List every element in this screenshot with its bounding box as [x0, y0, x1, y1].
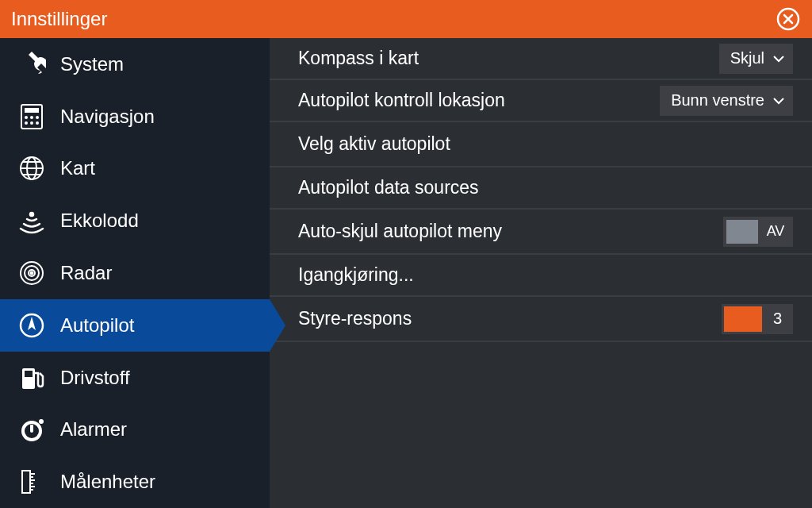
svg-rect-22 — [30, 425, 33, 431]
svg-point-11 — [30, 213, 33, 216]
sidebar-item-navigation[interactable]: Navigasjon — [0, 90, 270, 143]
sidebar-item-autopilot[interactable]: Autopilot — [0, 299, 270, 352]
sidebar-item-sonar[interactable]: Ekkolodd — [0, 194, 270, 247]
main: System Navigasjon Kart — [0, 38, 812, 508]
chevron-down-icon — [772, 52, 785, 65]
sidebar-item-units[interactable]: Målenheter — [0, 456, 270, 508]
close-icon — [776, 7, 800, 31]
row-commissioning[interactable]: Igangkjøring... — [270, 255, 812, 297]
sidebar-item-label: System — [60, 53, 124, 75]
row-data-sources[interactable]: Autopilot data sources — [270, 167, 812, 210]
sidebar-item-radar[interactable]: Radar — [0, 247, 270, 299]
svg-point-15 — [31, 272, 33, 275]
sidebar-item-label: Målenheter — [60, 471, 155, 493]
chevron-down-icon — [772, 94, 785, 107]
sidebar-item-alarms[interactable]: Alarmer — [0, 403, 270, 456]
svg-rect-2 — [25, 108, 39, 113]
sidebar-item-label: Ekkolodd — [60, 210, 139, 232]
compass-dropdown[interactable]: Skjul — [719, 44, 793, 74]
sidebar-item-label: Kart — [60, 157, 95, 179]
slider-fill — [724, 306, 762, 332]
header: Innstillinger — [0, 0, 812, 38]
location-dropdown[interactable]: Bunn venstre — [660, 86, 793, 116]
fuel-icon — [14, 360, 49, 395]
sidebar-item-fuel[interactable]: Drivstoff — [0, 352, 270, 404]
toggle-handle — [726, 220, 758, 244]
radar-icon — [14, 256, 49, 291]
row-autohide[interactable]: Auto-skjul autopilot meny AV — [270, 210, 812, 255]
row-label: Velg aktiv autopilot — [298, 133, 450, 155]
svg-point-7 — [30, 121, 33, 125]
row-label: Styre-respons — [298, 308, 412, 329]
sidebar-item-label: Alarmer — [60, 418, 127, 441]
row-label: Autopilot kontroll lokasjon — [298, 90, 505, 111]
svg-point-23 — [39, 419, 44, 424]
close-button[interactable] — [776, 6, 801, 32]
sidebar-item-label: Autopilot — [60, 314, 134, 337]
autohide-toggle[interactable]: AV — [723, 217, 793, 247]
svg-rect-18 — [25, 371, 33, 377]
row-compass[interactable]: Kompass i kart Skjul — [270, 38, 812, 80]
sidebar-item-label: Navigasjon — [60, 106, 155, 128]
row-label: Igangkjøring... — [298, 264, 414, 286]
row-label: Auto-skjul autopilot meny — [298, 221, 502, 242]
dropdown-value: Skjul — [730, 49, 764, 67]
alarm-icon — [14, 412, 49, 447]
sidebar-item-chart[interactable]: Kart — [0, 143, 270, 195]
autopilot-icon — [14, 308, 49, 343]
ruler-icon — [14, 464, 49, 499]
svg-point-6 — [25, 121, 28, 125]
calculator-icon — [14, 99, 49, 134]
slider-value: 3 — [762, 310, 793, 328]
svg-point-4 — [30, 116, 33, 119]
row-location[interactable]: Autopilot kontroll lokasjon Bunn venstre — [270, 80, 812, 122]
wrench-icon — [14, 47, 49, 82]
sidebar-item-label: Drivstoff — [60, 367, 130, 389]
row-label: Autopilot data sources — [298, 177, 479, 198]
svg-point-3 — [25, 116, 28, 119]
dropdown-value: Bunn venstre — [671, 91, 764, 110]
response-slider[interactable]: 3 — [722, 304, 793, 334]
sidebar-item-system[interactable]: System — [0, 38, 270, 90]
sonar-icon — [14, 203, 49, 238]
svg-point-5 — [36, 116, 39, 119]
toggle-label: AV — [758, 223, 793, 240]
svg-point-8 — [36, 121, 39, 125]
row-select-active[interactable]: Velg aktiv autopilot — [270, 122, 812, 167]
sidebar-item-label: Radar — [60, 262, 112, 284]
sidebar: System Navigasjon Kart — [0, 38, 270, 508]
content: Kompass i kart Skjul Autopilot kontroll … — [270, 38, 812, 508]
globe-icon — [14, 151, 49, 186]
page-title: Innstillinger — [11, 8, 107, 30]
row-label: Kompass i kart — [298, 48, 419, 69]
svg-rect-24 — [22, 471, 30, 493]
row-response[interactable]: Styre-respons 3 — [270, 297, 812, 342]
